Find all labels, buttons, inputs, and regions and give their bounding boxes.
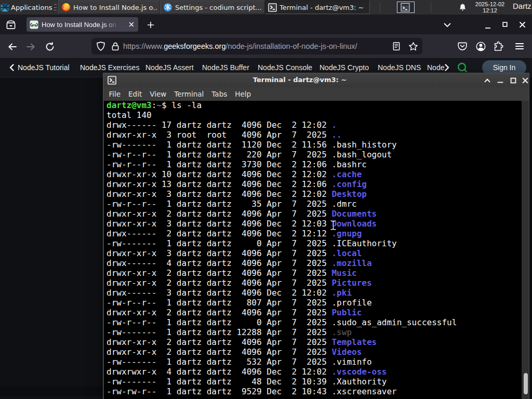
terminal-line: -rw-r--r-- 1 dartz dartz 35 Apr 7 2025 .… <box>107 199 457 209</box>
tasklist-grip[interactable] <box>54 4 57 10</box>
terminal-title: Terminal - dartz@vm3: ~ <box>103 76 496 84</box>
tab-title: How to Install Node.js on Linux? <box>42 21 125 29</box>
distro-logo-icon <box>1 3 9 12</box>
url-bar[interactable]: https://www.geeksforgeeks.org/node-js/in… <box>91 38 422 55</box>
terminal-line: drwxr-xr-x 3 dartz dartz 4096 Dec 2 12:0… <box>107 219 457 229</box>
terminal-menu-view[interactable]: View <box>146 90 170 98</box>
workspace-switcher[interactable] <box>397 2 415 13</box>
terminal-menu-terminal[interactable]: Terminal <box>170 90 208 98</box>
taskbar-button-label: Settings - codium script... <box>175 4 262 11</box>
terminal-close-button[interactable] <box>521 76 529 85</box>
taskbar-button-2[interactable]: Settings - codium script... <box>160 1 265 14</box>
firefox-icon <box>61 3 71 12</box>
panel-clock[interactable]: 2025-12-02 12:12 <box>469 1 511 14</box>
terminal-line: drwxr-xr-x 2 dartz dartz 4096 Apr 7 2025… <box>107 347 457 357</box>
terminal-line: dartz@vm3:~$ ls -la <box>107 101 457 110</box>
scrollbar-thumb[interactable] <box>524 373 528 394</box>
terminal-line: drwx------ 17 dartz dartz 4096 Dec 2 12:… <box>107 120 457 130</box>
terminal-maximize-button[interactable] <box>509 76 517 85</box>
reload-button[interactable] <box>44 41 56 52</box>
terminal-minimize-button[interactable] <box>496 76 504 85</box>
terminal-screen[interactable]: dartz@vm3:~$ ls -latotal 140drwx------ 1… <box>104 101 522 399</box>
terminal-titlebar[interactable]: Terminal - dartz@vm3: ~ <box>103 73 529 87</box>
terminal-menu-file[interactable]: File <box>105 90 125 98</box>
terminal-line: -rw------- 1 dartz dartz 0 Apr 7 2025 .I… <box>107 238 457 248</box>
forward-button[interactable] <box>25 41 36 52</box>
terminal-menu-help[interactable]: Help <box>231 90 255 98</box>
terminal-line: -rw-r--r-- 1 dartz dartz 220 Apr 7 2025 … <box>107 150 457 159</box>
applications-menu-label: Applications <box>11 4 52 11</box>
window-close-button[interactable] <box>518 21 526 29</box>
terminal-line: -rw------- 1 dartz dartz 532 Apr 7 2025 … <box>107 357 457 367</box>
taskbar-button-label: Terminal - dartz@vm3: ~ <box>280 4 364 11</box>
panel-separator <box>380 2 380 12</box>
terminal-line: drwxr-xr-x 3 root root 4096 Apr 7 2025 .… <box>107 130 457 140</box>
terminal-line: drwxr-xr-x 2 dartz dartz 4096 Apr 7 2025… <box>107 268 457 278</box>
panel-separator <box>431 2 431 12</box>
terminal-menu-tabs[interactable]: Tabs <box>208 90 231 98</box>
terminal-line: total 140 <box>107 110 457 120</box>
terminal-menu-edit[interactable]: Edit <box>125 90 146 98</box>
terminal-line: drwxr-xr-x 2 dartz dartz 4096 Apr 7 2025… <box>107 337 457 347</box>
taskbar-button-label: How to Install Node.js o... <box>73 4 157 11</box>
terminal-line: drwxr-xr-x 3 dartz dartz 4096 Apr 7 2025… <box>107 248 457 258</box>
terminal-line: -rw-r--r-- 1 dartz dartz 807 Apr 7 2025 … <box>107 298 457 308</box>
terminal-menubar: FileEditViewTerminalTabsHelp <box>103 87 529 101</box>
new-tab-button[interactable] <box>145 20 156 30</box>
firefox-tab-bar: How to Install Node.js on Linux? <box>0 15 532 34</box>
lock-icon[interactable] <box>111 42 120 51</box>
tab-close-icon[interactable] <box>128 21 135 28</box>
terminal-line: drwxrwxr-x 4 dartz dartz 4096 Dec 2 12:0… <box>107 367 457 377</box>
firefox-view-button[interactable] <box>5 19 17 31</box>
clock-date: 2025-12-02 <box>469 1 511 7</box>
terminal-icon <box>268 3 277 12</box>
terminal-line: -rw-r--r-- 1 dartz dartz 0 Apr 7 2025 .s… <box>107 317 457 327</box>
notification-bell-icon[interactable] <box>458 3 467 12</box>
terminal-line: -rw-rw-r-- 1 dartz dartz 9529 Dec 2 10:4… <box>107 387 457 396</box>
terminal-output: dartz@vm3:~$ ls -latotal 140drwx------ 1… <box>107 101 457 396</box>
taskbar-button-1[interactable]: How to Install Node.js o... <box>58 1 160 14</box>
nav-scroll-left-icon[interactable] <box>8 58 16 77</box>
terminal-line: drwx------ 3 dartz dartz 4096 Dec 2 12:0… <box>107 288 457 298</box>
tracking-shield-icon[interactable] <box>96 41 106 51</box>
mouse-ibeam-cursor <box>329 220 337 231</box>
applications-menu-button[interactable]: Applications <box>0 0 54 15</box>
site-nav-link[interactable]: NodeJS Tutorial <box>18 58 70 77</box>
bookmark-star-icon[interactable] <box>408 42 418 51</box>
terminal-line: drwxr-xr-x 13 dartz dartz 4096 Dec 2 12:… <box>107 179 457 189</box>
terminal-line: -rw------- 1 dartz dartz 1120 Dec 2 11:5… <box>107 140 457 150</box>
back-button[interactable] <box>7 41 18 52</box>
terminal-scrollbar[interactable] <box>522 101 529 399</box>
vscodium-icon <box>163 3 172 12</box>
window-maximize-button[interactable] <box>501 21 509 28</box>
reader-mode-icon[interactable] <box>392 42 401 51</box>
menu-hamburger-icon[interactable] <box>514 41 525 51</box>
terminal-line: drwxr-xr-x 2 dartz dartz 4096 Apr 7 2025… <box>107 278 457 288</box>
terminal-line: drwx------ 2 dartz dartz 4096 Dec 2 12:1… <box>107 229 457 238</box>
terminal-line: drwxr-xr-x 2 dartz dartz 4096 Apr 7 2025… <box>107 308 457 317</box>
terminal-line: -rw-r--r-- 1 dartz dartz 3730 Dec 2 12:0… <box>107 159 457 169</box>
page-section-band <box>0 387 103 396</box>
geeksforgeeks-favicon <box>30 20 38 29</box>
browser-tab[interactable]: How to Install Node.js on Linux? <box>26 17 138 32</box>
user-menu[interactable]: Dartz <box>513 2 531 10</box>
terminal-line: drwxr-xr-x 3 dartz dartz 4096 Dec 2 12:0… <box>107 189 457 199</box>
terminal-window: Terminal - dartz@vm3: ~ FileEditViewTerm… <box>103 73 529 399</box>
terminal-line: drwx------ 4 dartz dartz 4096 Apr 7 2025… <box>107 258 457 268</box>
url-text: https://www.geeksforgeeks.org/node-js/in… <box>123 42 392 50</box>
top-panel: Applications How to Install Node.js o...… <box>0 0 532 15</box>
terminal-shade-button[interactable] <box>483 76 491 85</box>
terminal-line: -rw------- 1 dartz dartz 48 Dec 2 10:39 … <box>107 377 457 387</box>
firefox-toolbar: https://www.geeksforgeeks.org/node-js/in… <box>0 34 532 58</box>
list-all-tabs-icon[interactable] <box>442 19 453 31</box>
account-icon[interactable] <box>475 41 486 52</box>
taskbar-button-3[interactable]: Terminal - dartz@vm3: ~ <box>265 1 370 14</box>
terminal-line: drwxr-xr-x 2 dartz dartz 4096 Apr 7 2025… <box>107 209 457 219</box>
clock-time: 12:12 <box>469 7 511 14</box>
terminal-line: drwxr-xr-x 10 dartz dartz 4096 Dec 2 12:… <box>107 169 457 179</box>
terminal-line: -rw------- 1 dartz dartz 12288 Apr 7 202… <box>107 327 457 337</box>
pocket-icon[interactable] <box>457 41 468 51</box>
extensions-puzzle-icon[interactable] <box>493 41 504 52</box>
window-minimize-button[interactable] <box>485 26 491 30</box>
